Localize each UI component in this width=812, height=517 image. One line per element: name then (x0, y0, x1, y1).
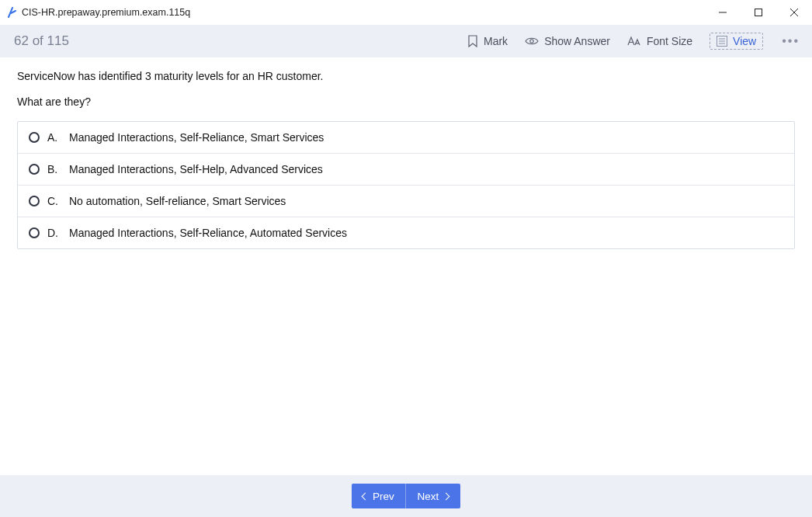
answer-letter: A. (47, 131, 61, 144)
window-controls (705, 0, 812, 25)
next-label: Next (418, 491, 439, 502)
mark-button[interactable]: Mark (467, 35, 508, 47)
answer-option-d[interactable]: D. Managed Interactions, Self-Reliance, … (18, 217, 794, 248)
question-panel: ServiceNow has identified 3 maturity lev… (0, 57, 812, 249)
maximize-button[interactable] (741, 0, 776, 25)
chevron-left-icon (362, 492, 370, 500)
answer-text: Managed Interactions, Self-Reliance, Aut… (69, 227, 347, 239)
close-button[interactable] (776, 0, 812, 25)
answer-letter: D. (47, 227, 61, 239)
radio-icon (29, 227, 40, 238)
chevron-right-icon (442, 492, 450, 500)
mark-label: Mark (484, 35, 508, 47)
toolbar-actions: Mark Show Answer Font Size View ••• (467, 33, 801, 50)
answer-text: Managed Interactions, Self-Reliance, Sma… (69, 131, 324, 144)
font-size-icon (627, 36, 641, 47)
maximize-icon (755, 9, 762, 16)
question-text: ServiceNow has identified 3 maturity lev… (17, 68, 795, 110)
radio-icon (29, 132, 40, 143)
close-icon (790, 9, 798, 16)
font-size-button[interactable]: Font Size (627, 35, 692, 47)
font-size-label: Font Size (647, 35, 692, 47)
answer-option-a[interactable]: A. Managed Interactions, Self-Reliance, … (18, 122, 794, 153)
bookmark-icon (467, 35, 478, 47)
footer-nav: Prev Next (0, 475, 812, 517)
answer-text: Managed Interactions, Self-Help, Advance… (69, 163, 323, 175)
window-title: CIS-HR.prepaway.premium.exam.115q (22, 7, 190, 18)
eye-icon (525, 36, 539, 46)
answer-option-c[interactable]: C. No automation, Self-reliance, Smart S… (18, 185, 794, 217)
minimize-button[interactable] (705, 0, 741, 25)
app-logo-icon (6, 7, 17, 18)
toolbar: 62 of 115 Mark Show Answer Font Size Vie… (0, 25, 812, 57)
view-button[interactable]: View (710, 33, 763, 50)
question-line-1: ServiceNow has identified 3 maturity lev… (17, 68, 795, 85)
ellipsis-icon: ••• (782, 34, 800, 47)
answer-letter: B. (47, 163, 61, 175)
answer-option-b[interactable]: B. Managed Interactions, Self-Help, Adva… (18, 153, 794, 185)
more-options-button[interactable]: ••• (780, 34, 801, 48)
svg-rect-1 (755, 9, 762, 16)
prev-label: Prev (373, 491, 394, 502)
progress-indicator: 62 of 115 (14, 33, 69, 49)
radio-icon (29, 196, 40, 206)
show-answer-button[interactable]: Show Answer (525, 35, 610, 47)
window-titlebar: CIS-HR.prepaway.premium.exam.115q (0, 0, 812, 25)
view-list-icon (717, 36, 727, 47)
next-button[interactable]: Next (406, 484, 460, 508)
minimize-icon (719, 9, 727, 16)
svg-point-4 (530, 40, 533, 43)
radio-icon (29, 164, 40, 175)
answers-list: A. Managed Interactions, Self-Reliance, … (17, 121, 795, 249)
prev-button[interactable]: Prev (352, 484, 406, 508)
titlebar-left: CIS-HR.prepaway.premium.exam.115q (6, 7, 190, 18)
answer-letter: C. (47, 195, 61, 207)
show-answer-label: Show Answer (544, 35, 610, 47)
answer-text: No automation, Self-reliance, Smart Serv… (69, 195, 286, 207)
spacer (17, 85, 795, 94)
question-line-2: What are they? (17, 94, 795, 110)
view-label: View (733, 35, 756, 47)
